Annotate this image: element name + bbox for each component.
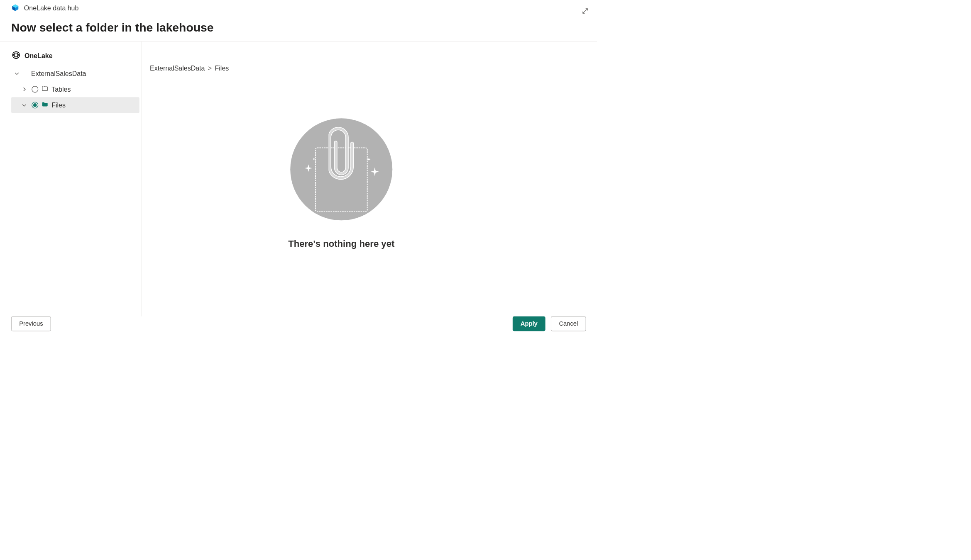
sparkle-icon: ✦ [312,157,316,162]
svg-point-0 [12,51,20,58]
sparkle-icon [370,167,379,177]
folder-outline-icon [42,85,49,94]
radio-checked-icon[interactable] [32,102,38,108]
chevron-down-icon[interactable] [20,102,29,108]
tree-node-lakehouse[interactable]: ExternalSalesData [0,66,142,81]
empty-state-message: There's nothing here yet [288,238,394,249]
empty-state-illustration: ✦ ✦ [290,118,392,220]
tree-node-tables[interactable]: Tables [0,81,142,97]
radio-unchecked-icon[interactable] [32,86,38,93]
previous-button[interactable]: Previous [11,317,51,331]
tree-node-label: ExternalSalesData [31,70,86,78]
tree-root-onelake[interactable]: OneLake [0,49,142,62]
paperclip-icon [329,127,355,182]
sparkle-icon: ✦ [367,157,371,163]
breadcrumb: ExternalSalesData > Files [150,65,589,73]
tree-node-files[interactable]: Files [11,97,139,113]
cancel-button[interactable]: Cancel [551,317,586,331]
product-title: OneLake data hub [24,4,79,12]
breadcrumb-item[interactable]: Files [215,65,229,73]
tree-root-label: OneLake [24,52,53,60]
empty-state: ✦ ✦ There's nothing here yet [94,118,589,308]
dialog-header: OneLake data hub Now select a folder in … [0,0,597,41]
chevron-down-icon[interactable] [13,71,20,76]
tree-node-label: Files [51,101,66,109]
breadcrumb-item[interactable]: ExternalSalesData [150,65,205,73]
onelake-globe-icon [12,51,20,60]
main-content: ExternalSalesData > Files [142,41,597,316]
tree-node-label: Tables [51,85,71,93]
page-heading: Now select a folder in the lakehouse [11,20,586,34]
folder-filled-icon [42,101,49,110]
sparkle-icon [305,164,312,173]
dialog-footer: Previous Apply Cancel [0,317,597,345]
apply-button[interactable]: Apply [513,317,545,331]
chevron-right-icon[interactable] [20,86,29,92]
expand-icon[interactable] [580,6,590,17]
chevron-right-icon: > [208,65,212,73]
onelake-logo-icon [11,4,20,13]
